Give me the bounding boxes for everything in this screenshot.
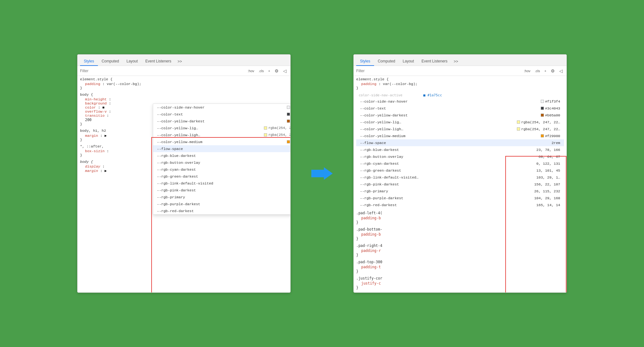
cv-swatch-3 — [541, 114, 544, 117]
ac-item-rgb-primary[interactable]: --rgb-primary — [153, 194, 290, 200]
close-brace-padbottom: } — [356, 237, 564, 241]
ac-item-rgb-red-darkest[interactable]: --rgb-red-darkest — [153, 207, 290, 214]
ac-item-flow-space[interactable]: --flow-space — [153, 145, 290, 152]
tab-styles-left[interactable]: Styles — [80, 57, 98, 66]
cv-row-rgb-cyan-darkest: --rgb-cyan-darkest 0, 122, 131 — [356, 160, 564, 167]
ac-val-3: #b05a00 — [287, 119, 290, 123]
pad-top-propname: padding-t — [361, 265, 381, 269]
cv-row-yellow-lig: --color-yellow-lig… rgba(254, 247, 22… — [356, 119, 564, 125]
cv-row-yellow-darkest: --color-yellow-darkest #b05a00 — [356, 112, 564, 119]
tab-styles-right[interactable]: Styles — [356, 57, 374, 66]
right-tabs-bar: Styles Computed Layout Event Listeners >… — [354, 55, 566, 66]
cv-val-6: #f29900 — [523, 134, 560, 138]
colon-4: : — [109, 109, 111, 114]
cv-name-8: --rgb-blue-darkest — [356, 148, 523, 152]
tab-more-left[interactable]: >> — [175, 57, 185, 66]
ac-item-rgb-blue-darkest[interactable]: --rgb-blue-darkest — [153, 152, 290, 159]
close-brace-right-1: } — [356, 86, 564, 90]
overflow-name-left: overflow-v — [85, 109, 107, 114]
ac-item-color-yellow-ligh[interactable]: --color-yellow-ligh… rgba(254, 247, 22… — [153, 131, 290, 138]
arrow-head — [324, 167, 333, 180]
cv-row-yellow-ligh: --color-yellow-ligh… rgba(254, 247, 22… — [356, 125, 564, 132]
colon-6: : — [107, 149, 109, 153]
right-icon-2[interactable]: ◁ — [558, 68, 564, 74]
tab-event-listeners-right[interactable]: Event Listeners — [418, 57, 451, 66]
ac-val-4: rgba(254, 247, 22… — [264, 126, 290, 130]
tab-more-right[interactable]: >> — [451, 57, 461, 66]
ac-name-6: --color-yellow-medium — [157, 140, 287, 144]
justify-propname: justify-c — [361, 281, 381, 286]
ac-item-rgb-pink-darkest[interactable]: --rgb-pink-darkest — [153, 187, 290, 194]
ac-item-rgb-green-darkest[interactable]: --rgb-green-darkest — [153, 173, 290, 180]
right-hov-btn[interactable]: :hov — [523, 68, 532, 73]
color-name-left: color — [85, 105, 96, 109]
ac-item-color-yellow-darkest[interactable]: --color-yellow-darkest #b05a00 — [153, 118, 290, 125]
left-icon-1[interactable]: ⚙ — [273, 68, 280, 74]
transition-name-left: transitio — [85, 114, 105, 118]
right-filter-input[interactable] — [356, 69, 521, 73]
cv-name-15: --rgb-purple-darkest — [356, 196, 523, 200]
pad-bottom-propname: padding-b — [361, 232, 381, 237]
pad-bottom-prop: padding-b — [356, 232, 564, 237]
cv-name-6: --color-yellow-medium — [356, 134, 523, 138]
right-panel: Styles Computed Layout Event Listeners >… — [353, 54, 567, 293]
right-filter-bar: :hov .cls + ⚙ ◁ — [354, 66, 566, 76]
left-hov-btn[interactable]: :hov — [246, 68, 255, 73]
left-plus-btn[interactable]: + — [267, 68, 271, 73]
ac-item-rgb-link-default-visited[interactable]: --rgb-link-default-visited — [153, 180, 290, 187]
swatch-4 — [264, 126, 267, 130]
prop-val-padding-right: var(--color-bg); — [383, 82, 417, 86]
left-cls-btn[interactable]: .cls — [257, 68, 265, 73]
cv-val-3: #b05a00 — [523, 113, 560, 117]
ac-val-1: #f1f3f4 — [287, 105, 290, 109]
cv-name-7: --flow-space — [356, 141, 523, 145]
colon-3: : ■ — [98, 105, 105, 109]
cv-row-rgb-red-darkest: --rgb-red-darkest 165, 14, 14 — [356, 201, 564, 208]
ac-item-color-side-nav-hover[interactable]: --color-side-nav-hover #f1f3f4 — [153, 104, 290, 111]
cv-swatch-2 — [541, 107, 544, 110]
tab-layout-right[interactable]: Layout — [399, 57, 418, 66]
swatch-2 — [287, 113, 290, 116]
cv-val-12: 103, 29, 1… — [523, 175, 560, 179]
ac-item-color-yellow-medium[interactable]: --color-yellow-medium #f29900 — [153, 138, 290, 145]
ac-name-10: --rgb-cyan-darkest — [157, 168, 290, 172]
boxsizing-name-left: box-sizin — [85, 149, 105, 153]
ac-name-5: --color-yellow-ligh… — [157, 133, 264, 137]
tab-layout-left[interactable]: Layout — [123, 57, 142, 66]
justify-rule: .justify-cor justify-c } — [356, 276, 564, 290]
colon-7: : — [102, 164, 105, 168]
right-icon-1[interactable]: ⚙ — [550, 68, 556, 74]
tab-event-listeners-left[interactable]: Event Listeners — [142, 57, 175, 66]
ac-item-color-yellow-lig[interactable]: --color-yellow-lig… rgba(254, 247, 22… — [153, 125, 290, 131]
cv-val-16: 165, 14, 14 — [523, 203, 560, 207]
right-plus-btn[interactable]: + — [543, 68, 548, 73]
justify-selector: .justify-cor — [356, 276, 564, 280]
tab-computed-right[interactable]: Computed — [374, 57, 399, 66]
top-partial-value: ■ #1a75cc — [423, 93, 442, 97]
left-icon-2[interactable]: ◁ — [282, 68, 288, 74]
cv-row-rgb-button-overlay: --rgb-button-overlay 60, 64, 67 — [356, 153, 564, 160]
pad-left-propname: padding-b — [361, 216, 381, 220]
left-devtools-panel: Styles Computed Layout Event Listeners >… — [77, 54, 291, 293]
background-name-left: background — [85, 101, 107, 105]
cv-swatch-1 — [541, 100, 544, 103]
ac-item-rgb-purple-darkest[interactable]: --rgb-purple-darkest — [153, 200, 290, 207]
tab-computed-left[interactable]: Computed — [98, 57, 123, 66]
right-cls-btn[interactable]: .cls — [534, 68, 541, 73]
cv-val-15: 104, 29, 168 — [523, 196, 560, 200]
cv-val-1: #f1f3f4 — [523, 99, 560, 104]
cv-row-side-nav-hover: --color-side-nav-hover #f1f3f4 — [356, 98, 564, 105]
cv-val-2: #3c4043 — [523, 106, 560, 110]
cv-swatch-5 — [517, 127, 520, 131]
min-height-name-left: min-height — [85, 97, 107, 101]
autocomplete-dropdown[interactable]: --color-side-nav-hover #f1f3f4 --color-t… — [153, 104, 290, 215]
margin-name-left: margin — [85, 134, 98, 138]
left-filter-input[interactable] — [80, 69, 244, 73]
ac-item-rgb-button-overlay[interactable]: --rgb-button-overlay — [153, 159, 290, 166]
ac-item-rgb-cyan-darkest[interactable]: --rgb-cyan-darkest — [153, 166, 290, 173]
cv-name-5: --color-yellow-ligh… — [356, 127, 517, 131]
right-styles-content: element.style { padding : var(--color-bg… — [354, 76, 566, 292]
ac-item-color-text[interactable]: --color-text #3c4043 — [153, 111, 290, 118]
arrow-shape — [311, 167, 333, 180]
close-brace-padright: } — [356, 253, 564, 257]
